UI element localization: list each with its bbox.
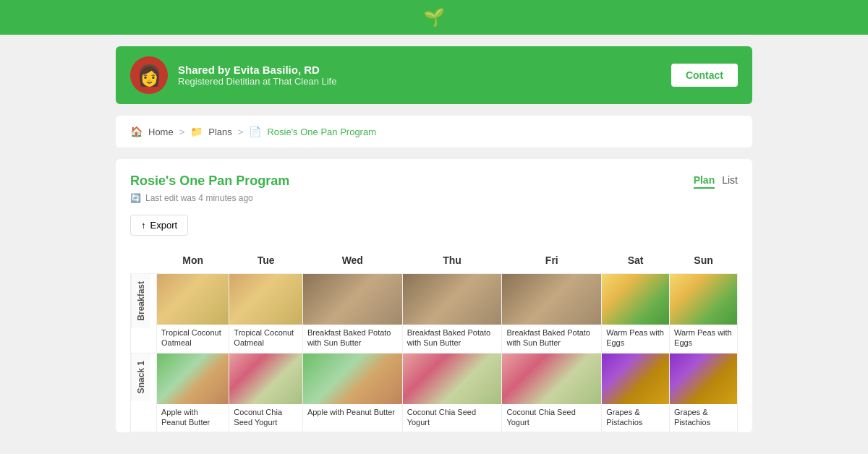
meal-name: Warm Peas with Eggs — [602, 325, 669, 353]
export-label: Export — [150, 220, 178, 231]
meal-cell[interactable]: Breakfast Baked Potato with Sun Butter — [302, 274, 402, 354]
content-header: Rosie's One Pan Program Plan List — [130, 174, 738, 189]
meal-name: Tropical Coconut Oatmeal — [229, 325, 302, 353]
meal-cell[interactable]: Apple with Peanut Butter — [302, 353, 402, 432]
content-area: Rosie's One Pan Program Plan List 🔄 Last… — [116, 159, 752, 432]
meal-cell[interactable]: Tropical Coconut Oatmeal — [157, 274, 229, 354]
plans-icon: 📁 — [190, 126, 203, 137]
day-header-wed: Wed — [302, 247, 402, 274]
meal-name: Breakfast Baked Potato with Sun Butter — [403, 325, 502, 353]
breadcrumb-plans[interactable]: Plans — [208, 127, 232, 137]
shared-banner: 👩 Shared by Evita Basilio, RD Registered… — [116, 46, 752, 104]
export-button[interactable]: ↑ Export — [130, 215, 188, 236]
meal-cell[interactable]: Grapes & Pistachios — [670, 353, 738, 432]
meal-name: Grapes & Pistachios — [670, 404, 737, 432]
edit-clock-icon: 🔄 — [130, 193, 141, 203]
dietitian-name: Shared by Evita Basilio, RD — [178, 64, 336, 76]
meal-name: Warm Peas with Eggs — [670, 325, 737, 353]
day-header-sat: Sat — [602, 247, 670, 274]
dietitian-info: Shared by Evita Basilio, RD Registered D… — [178, 64, 336, 87]
breadcrumb-current: Rosie's One Pan Program — [267, 127, 376, 137]
meal-cell[interactable]: Coconut Chia Seed Yogurt — [402, 353, 502, 432]
view-toggle: Plan List — [694, 174, 738, 189]
export-icon: ↑ — [141, 220, 146, 231]
meal-cell[interactable]: Coconut Chia Seed Yogurt — [502, 353, 602, 432]
day-header-fri: Fri — [502, 247, 602, 274]
program-icon: 📄 — [249, 126, 261, 137]
meal-cell[interactable]: Coconut Chia Seed Yogurt — [229, 353, 303, 432]
meal-name: Apple with Peanut Butter — [157, 404, 229, 432]
breadcrumb-sep-1: > — [179, 127, 185, 137]
breadcrumb-sep-2: > — [238, 127, 244, 137]
list-view-toggle[interactable]: List — [722, 174, 738, 189]
meal-name: Coconut Chia Seed Yogurt — [229, 404, 302, 432]
dietitian-title: Registered Dietitian at That Clean Life — [178, 76, 336, 87]
avatar: 👩 — [130, 56, 168, 94]
empty-header-cell — [131, 247, 157, 274]
meal-row: Snack 1Apple with Peanut ButterCoconut C… — [131, 353, 738, 432]
meal-cell[interactable]: Breakfast Baked Potato with Sun Butter — [502, 274, 602, 354]
meal-plan-grid: Mon Tue Wed Thu Fri Sat Sun BreakfastTro… — [130, 247, 738, 432]
last-edit: 🔄 Last edit was 4 minutes ago — [130, 193, 738, 203]
meal-name: Grapes & Pistachios — [602, 404, 669, 432]
meal-cell[interactable]: Warm Peas with Eggs — [670, 274, 738, 354]
meal-cell[interactable]: Apple with Peanut Butter — [157, 353, 229, 432]
day-header-thu: Thu — [402, 247, 502, 274]
top-bar: 🌱 — [0, 0, 868, 35]
home-icon: 🏠 — [130, 126, 142, 137]
day-header-sun: Sun — [670, 247, 738, 274]
meal-name: Breakfast Baked Potato with Sun Butter — [502, 325, 601, 353]
meal-name: Coconut Chia Seed Yogurt — [502, 404, 601, 432]
last-edit-text: Last edit was 4 minutes ago — [145, 193, 253, 203]
meal-name: Coconut Chia Seed Yogurt — [403, 404, 502, 432]
row-label: Snack 1 — [131, 353, 157, 432]
meal-name: Apple with Peanut Butter — [303, 404, 402, 421]
app-logo-icon: 🌱 — [423, 7, 445, 27]
meal-row: BreakfastTropical Coconut OatmealTropica… — [131, 274, 738, 354]
row-label: Breakfast — [131, 274, 157, 354]
breadcrumb: 🏠 Home > 📁 Plans > 📄 Rosie's One Pan Pro… — [116, 116, 752, 147]
meal-cell[interactable]: Breakfast Baked Potato with Sun Butter — [402, 274, 502, 354]
meal-cell[interactable]: Tropical Coconut Oatmeal — [229, 274, 303, 354]
day-header-mon: Mon — [157, 247, 229, 274]
breadcrumb-home[interactable]: Home — [148, 127, 174, 137]
page-title: Rosie's One Pan Program — [130, 174, 289, 189]
meal-cell[interactable]: Warm Peas with Eggs — [602, 274, 670, 354]
meal-name: Breakfast Baked Potato with Sun Butter — [303, 325, 402, 353]
plan-view-toggle[interactable]: Plan — [694, 174, 715, 189]
meal-cell[interactable]: Grapes & Pistachios — [602, 353, 670, 432]
meal-name: Tropical Coconut Oatmeal — [157, 325, 229, 353]
contact-button[interactable]: Contact — [671, 64, 738, 87]
day-header-tue: Tue — [229, 247, 303, 274]
